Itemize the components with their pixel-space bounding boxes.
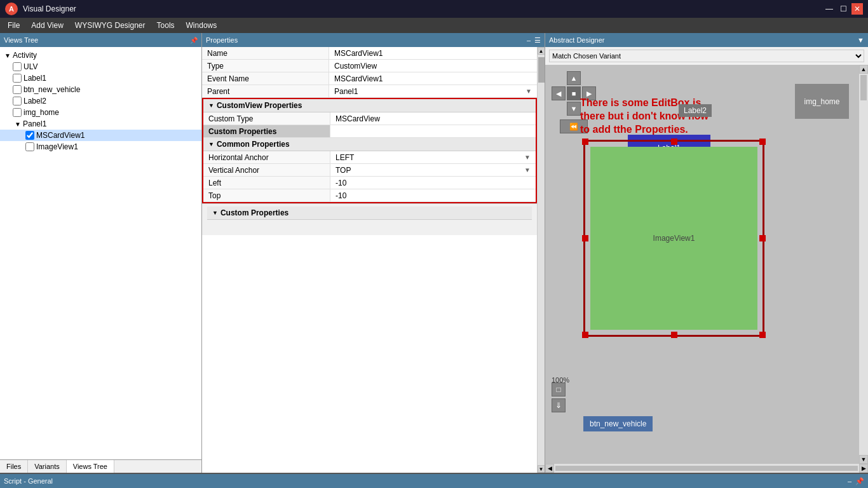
tree-item-btn-new-vehicle[interactable]: btn_new_vehicle xyxy=(0,84,201,95)
properties-scrollbar[interactable]: ▲ ▼ xyxy=(537,47,545,473)
section-arrow-custom-props-bottom[interactable]: ▼ xyxy=(212,210,218,216)
prop-row-custom-properties[interactable]: Custom Properties ⇜ xyxy=(203,125,536,138)
section-custom-props-bottom: ▼ Custom Properties xyxy=(207,207,532,220)
download-icon[interactable]: ⇓ xyxy=(552,398,566,412)
pin-icon[interactable]: 📌 xyxy=(190,37,198,44)
prop-name-value: MSCardView1 xyxy=(329,47,537,59)
tree-item-panel1[interactable]: ▼ Panel1 xyxy=(0,118,201,130)
prop-left-label: Left xyxy=(203,177,330,189)
close-button[interactable]: ✕ xyxy=(851,3,863,15)
handle-bm[interactable] xyxy=(671,332,677,338)
canvas-tool-btns: □ ⇓ xyxy=(552,383,566,412)
minimize-button[interactable]: — xyxy=(824,3,835,15)
component-img-home[interactable]: img_home xyxy=(795,84,849,119)
tree-label-label1: Label1 xyxy=(24,74,46,83)
nav-left-btn[interactable]: ◀ xyxy=(552,86,566,100)
canvas-h-scrollbar[interactable]: ◀ ▶ xyxy=(545,464,868,473)
horizontal-anchor-dropdown[interactable]: ▼ xyxy=(524,154,531,161)
canvas-scroll-up[interactable]: ▲ xyxy=(859,65,868,74)
abstract-header-controls: ▼ xyxy=(857,36,864,44)
tab-files[interactable]: Files xyxy=(0,460,28,473)
abstract-designer-title: Abstract Designer xyxy=(549,36,604,44)
red-box-wrapper: ▼ CustomView Properties Custom Type MSCa… xyxy=(202,98,537,203)
handle-ml[interactable] xyxy=(582,235,588,241)
prop-row-vertical-anchor: Vertical Anchor TOP ▼ xyxy=(203,164,536,177)
tree-item-img-home[interactable]: img_home xyxy=(0,107,201,118)
variant-select[interactable]: Match Chosen Variant xyxy=(549,50,864,62)
handle-bl[interactable] xyxy=(582,332,588,338)
section-arrow-customview[interactable]: ▼ xyxy=(208,102,214,109)
expand-panel1[interactable]: ▼ xyxy=(13,121,23,128)
tree-item-imageview1[interactable]: ImageView1 xyxy=(0,141,201,152)
handle-mr[interactable] xyxy=(759,235,766,241)
bottom-custom-props: ▼ Custom Properties xyxy=(202,203,537,235)
pin-script-icon[interactable]: 📌 xyxy=(855,477,864,485)
collapse-abstract-icon[interactable]: ▼ xyxy=(857,36,864,44)
tree-item-label2[interactable]: Label2 xyxy=(0,95,201,107)
prop-type-label: Type xyxy=(202,60,329,72)
expand-activity[interactable]: ▼ xyxy=(3,52,13,59)
checkbox-btn-new-vehicle[interactable] xyxy=(13,85,22,94)
nav-row-bottom: ▼ xyxy=(567,102,581,116)
canvas-v-scrollbar[interactable]: ▲ ▼ xyxy=(859,65,868,464)
properties-panel: Properties – ☰ Name MSCardView1 Type Cus… xyxy=(202,33,545,473)
section-label-custom-props-bottom: Custom Properties xyxy=(220,208,288,217)
tree-item-mscardview1[interactable]: MSCardView1 xyxy=(0,130,201,141)
fit-icon[interactable]: □ xyxy=(552,383,566,396)
checkbox-img-home[interactable] xyxy=(13,108,22,117)
tree-content[interactable]: ▼ Activity ULV Label1 btn_new_vehicle La xyxy=(0,47,201,459)
tree-item-activity[interactable]: ▼ Activity xyxy=(0,50,201,61)
component-panel1[interactable]: ImageView1 xyxy=(583,140,764,337)
script-header-title: Script - General xyxy=(4,477,53,485)
prop-custom-type-label: Custom Type xyxy=(203,112,330,125)
handle-tm[interactable] xyxy=(671,139,677,145)
component-btn-new-vehicle[interactable]: btn_new_vehicle xyxy=(583,416,653,431)
component-imageview1[interactable]: ImageView1 xyxy=(590,147,757,330)
menu-tools[interactable]: Tools xyxy=(152,20,180,31)
component-label2[interactable]: Label2 xyxy=(679,104,712,117)
menu-add-view[interactable]: Add View xyxy=(26,20,68,31)
checkbox-mscardview1[interactable] xyxy=(25,131,34,140)
abstract-toolbar: Match Chosen Variant xyxy=(545,47,868,65)
handle-tr[interactable] xyxy=(759,139,766,145)
tab-views-tree[interactable]: Views Tree xyxy=(67,460,114,473)
prop-type-value: CustomView xyxy=(329,60,537,72)
tab-variants[interactable]: Variants xyxy=(28,460,67,473)
tree-item-label1[interactable]: Label1 xyxy=(0,72,201,84)
checkbox-imageview1[interactable] xyxy=(25,142,34,151)
title-bar-title: Visual Designer xyxy=(23,4,76,13)
checkbox-ulv[interactable] xyxy=(13,62,22,71)
scroll-left-arrow[interactable]: ◀ xyxy=(545,464,554,473)
checkbox-label2[interactable] xyxy=(13,97,22,105)
scroll-down-arrow[interactable]: ▼ xyxy=(538,465,545,473)
nav-up-btn[interactable]: ▲ xyxy=(567,71,581,85)
script-header-controls: – 📌 xyxy=(848,477,864,485)
canvas-v-thumb[interactable] xyxy=(860,75,867,100)
canvas-scroll-down[interactable]: ▼ xyxy=(859,455,868,464)
tree-label-mscardview1: MSCardView1 xyxy=(36,131,85,140)
section-label-customview: CustomView Properties xyxy=(217,101,302,110)
collapse-icon[interactable]: – xyxy=(527,36,531,44)
menu-wysiwyg[interactable]: WYSIWYG Designer xyxy=(70,20,151,31)
parent-dropdown-icon[interactable]: ▼ xyxy=(526,88,532,95)
maximize-button[interactable]: ☐ xyxy=(837,3,849,15)
scroll-thumb[interactable] xyxy=(538,57,545,83)
prop-row-custom-type: Custom Type MSCardView xyxy=(203,112,536,125)
tree-item-ulv[interactable]: ULV xyxy=(0,61,201,72)
tree-label-imageview1: ImageView1 xyxy=(36,142,78,151)
handle-br[interactable] xyxy=(759,332,766,338)
nav-down-btn[interactable]: ▼ xyxy=(567,102,581,116)
prop-row-event-name: Event Name MSCardView1 xyxy=(202,72,537,85)
scroll-right-arrow[interactable]: ▶ xyxy=(859,464,868,473)
menu-windows[interactable]: Windows xyxy=(181,20,222,31)
menu-file[interactable]: File xyxy=(3,20,25,31)
vertical-anchor-dropdown[interactable]: ▼ xyxy=(524,166,531,173)
handle-tl[interactable] xyxy=(582,139,588,145)
section-arrow-common[interactable]: ▼ xyxy=(208,141,214,147)
label2-text: Label2 xyxy=(684,106,707,115)
collapse-script-icon[interactable]: – xyxy=(848,477,851,485)
nav-center-btn[interactable]: ■ xyxy=(567,86,581,100)
checkbox-label1[interactable] xyxy=(13,74,22,83)
menu-icon[interactable]: ☰ xyxy=(534,36,541,44)
scroll-up-arrow[interactable]: ▲ xyxy=(538,47,545,55)
